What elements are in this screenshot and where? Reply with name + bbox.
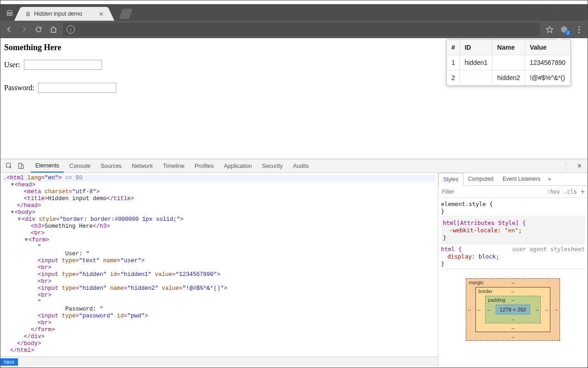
back-button[interactable]	[4, 24, 14, 34]
styles-tabs: Styles Computed Event Listeners »	[438, 173, 588, 186]
site-info-icon[interactable]: i	[67, 25, 75, 34]
toolbar: i 2	[0, 21, 588, 38]
devtools-tab-elements[interactable]: Elements	[31, 160, 64, 172]
popup-arrow	[556, 38, 562, 40]
devtools-tab-application[interactable]: Application	[219, 160, 256, 172]
breadcrumb-item[interactable]: html	[0, 358, 18, 366]
styles-filter-input[interactable]	[441, 188, 487, 196]
styles-filter-row: :hov .cls +	[438, 186, 588, 198]
styles-rules: element.style { } html[Attributes Style]…	[438, 198, 588, 272]
styles-tab-eventlisteners[interactable]: Event Listeners	[498, 173, 545, 185]
user-input[interactable]	[24, 60, 102, 70]
dom-tree[interactable]: …<html lang="en"> == $0 ▼<head> <meta ch…	[0, 173, 438, 356]
inspect-icon[interactable]	[3, 161, 14, 172]
extension-badge-count: 2	[565, 30, 571, 35]
devtools-body: …<html lang="en"> == $0 ▼<head> <meta ch…	[0, 173, 588, 367]
forward-button[interactable]	[19, 24, 29, 34]
box-model-content: 1278 × 262	[496, 305, 531, 315]
tab-strip: 🗎 Hidden input demo ✕	[0, 4, 588, 21]
password-label: Password:	[4, 84, 34, 92]
maximize-button[interactable]: ☐	[546, 0, 567, 13]
minimize-button[interactable]: —	[526, 0, 546, 13]
close-window-button[interactable]: ✕	[567, 0, 588, 13]
devtools: Elements Console Sources Network Timelin…	[0, 159, 588, 367]
window-controls: — ☐ ✕	[526, 0, 588, 13]
tab-active[interactable]: 🗎 Hidden input demo ✕	[21, 7, 108, 21]
devtools-tab-network[interactable]: Network	[127, 160, 158, 172]
elements-breadcrumb[interactable]: html	[0, 356, 438, 367]
table-row: 2 hidden2 !@#$%^&*()	[447, 70, 570, 86]
extension-popup: # ID Name Value 1 hidden1 1234567890 2	[446, 39, 571, 86]
styles-tab-computed[interactable]: Computed	[464, 173, 498, 185]
devtools-tabbar: Elements Console Sources Network Timelin…	[0, 159, 588, 173]
address-bar[interactable]: i	[63, 23, 540, 36]
add-rule-icon[interactable]: +	[581, 188, 585, 196]
col-name: Name	[492, 40, 525, 55]
cls-toggle[interactable]: .cls	[564, 189, 577, 195]
svg-point-0	[7, 13, 9, 16]
password-input[interactable]	[38, 83, 116, 93]
devtools-tab-console[interactable]: Console	[65, 160, 95, 172]
home-button[interactable]	[48, 24, 58, 34]
table-row: 1 hidden1 1234567890	[447, 55, 570, 70]
hidden-inputs-table: # ID Name Value 1 hidden1 1234567890 2	[447, 40, 571, 86]
col-num: #	[447, 40, 460, 55]
svg-marker-2	[546, 26, 553, 32]
titlebar	[0, 0, 588, 4]
svg-rect-6	[21, 165, 23, 169]
devtools-tab-audits[interactable]: Audits	[288, 160, 313, 172]
col-id: ID	[460, 40, 492, 55]
svg-point-1	[10, 13, 12, 16]
devtools-close-icon[interactable]: ✕	[574, 161, 585, 172]
devtools-tab-profiles[interactable]: Profiles	[190, 160, 218, 172]
tab-title: Hidden input demo	[34, 11, 82, 17]
devtools-tab-security[interactable]: Security	[257, 160, 287, 172]
devtools-tab-timeline[interactable]: Timeline	[158, 160, 189, 172]
styles-panel: Styles Computed Event Listeners » :hov .…	[438, 173, 588, 367]
bookmark-star-icon[interactable]	[544, 24, 554, 34]
tab-close-icon[interactable]: ✕	[98, 11, 104, 17]
styles-tab-more-icon[interactable]: »	[545, 173, 554, 185]
devtools-tab-sources[interactable]: Sources	[96, 160, 126, 172]
reload-button[interactable]	[34, 24, 44, 34]
styles-tab-styles[interactable]: Styles	[438, 173, 464, 186]
new-tab-button[interactable]	[119, 9, 133, 19]
extension-icon[interactable]: 2	[559, 24, 569, 34]
browser-window: — ☐ ✕ 🗎 Hidden input demo ✕ i 2	[0, 0, 588, 368]
device-toggle-icon[interactable]	[15, 161, 26, 172]
elements-panel: …<html lang="en"> == $0 ▼<head> <meta ch…	[0, 173, 438, 367]
chrome-menu-button[interactable]	[574, 24, 584, 34]
hov-toggle[interactable]: :hov	[547, 189, 560, 195]
box-model: margin –––– border –––– padding –––– 127…	[438, 272, 588, 347]
file-icon: 🗎	[25, 11, 31, 17]
devtools-menu-icon[interactable]	[560, 161, 571, 172]
col-value: Value	[525, 40, 571, 55]
page-viewport: Something Here User: Password: # ID Name	[0, 38, 588, 159]
user-label: User:	[4, 61, 20, 69]
